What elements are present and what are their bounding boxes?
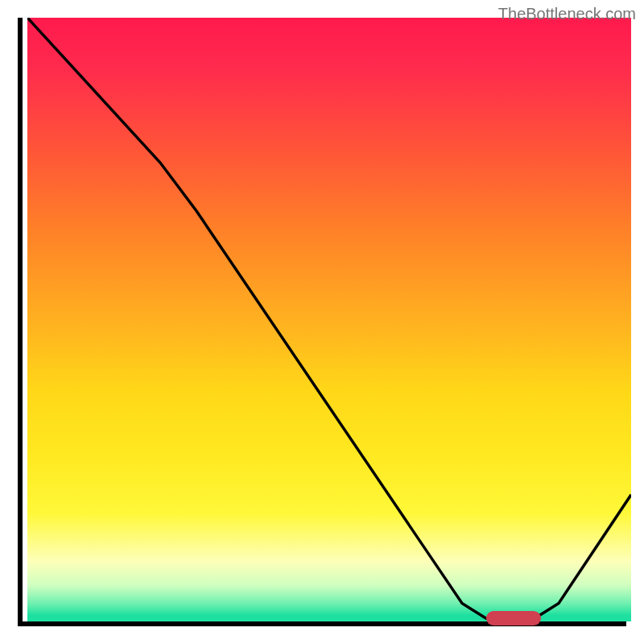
chart-container: TheBottleneck.com [0,0,644,644]
bottleneck-curve [27,18,631,621]
optimal-range-marker [486,611,541,625]
watermark-text: TheBottleneck.com [498,5,636,23]
plot-area [18,18,626,626]
